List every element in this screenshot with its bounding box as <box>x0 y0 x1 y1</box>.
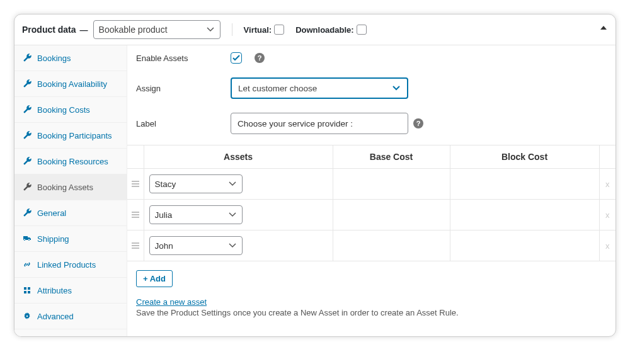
enable-assets-row: Enable Assets ? <box>127 45 616 71</box>
block-cost-cell[interactable] <box>450 200 599 230</box>
grid-icon <box>22 285 32 295</box>
block-cost-header: Block Cost <box>450 145 599 169</box>
gear-icon <box>22 311 32 321</box>
drag-handle-icon[interactable] <box>127 169 144 200</box>
sidebar-item-booking-availability[interactable]: Booking Availability <box>14 71 127 97</box>
label-field-label: Label <box>136 119 231 128</box>
label-row: Label ? <box>127 106 616 141</box>
assets-table: Assets Base Cost Block Cost StacyxJuliax… <box>127 145 616 261</box>
sidebar-item-bookings[interactable]: Bookings <box>14 45 127 71</box>
enable-assets-checkbox[interactable] <box>231 52 242 64</box>
asset-cell: Stacy <box>144 169 333 200</box>
assign-select[interactable]: Let customer choose <box>231 77 408 99</box>
link-icon <box>22 259 32 270</box>
remove-row-icon[interactable]: x <box>599 200 616 230</box>
sidebar-item-label: Booking Availability <box>37 79 107 89</box>
sidebar-item-booking-assets[interactable]: Booking Assets <box>14 174 127 200</box>
table-row: Johnx <box>127 230 616 261</box>
table-row: Juliax <box>127 200 616 230</box>
sidebar-item-shipping[interactable]: Shipping <box>14 226 127 252</box>
remove-row-icon[interactable]: x <box>599 230 616 261</box>
panel-title: Product data <box>22 25 76 35</box>
sidebar-item-label: Shipping <box>37 234 69 244</box>
block-cost-cell[interactable] <box>450 169 599 200</box>
base-cost-cell[interactable] <box>333 169 450 200</box>
sidebar-item-label: Bookings <box>37 54 71 63</box>
wrench-icon <box>22 105 32 115</box>
virtual-toggle-label: Virtual: <box>244 25 285 35</box>
enable-assets-label: Enable Assets <box>136 54 231 63</box>
asset-select[interactable]: Julia <box>149 205 243 224</box>
wrench-icon <box>22 208 32 218</box>
header-separator <box>232 23 232 36</box>
wrench-icon <box>22 182 32 192</box>
base-cost-cell[interactable] <box>333 200 450 230</box>
base-cost-cell[interactable] <box>333 230 450 261</box>
asset-cell: Julia <box>144 200 333 230</box>
wrench-icon <box>22 156 32 166</box>
collapse-caret-icon[interactable] <box>600 26 607 30</box>
table-row: Stacyx <box>127 169 616 200</box>
asset-select[interactable]: John <box>149 236 243 255</box>
delete-header <box>599 145 616 169</box>
sidebar-item-label: Attributes <box>37 286 72 295</box>
sidebar-item-label: Booking Costs <box>37 105 90 115</box>
wrench-icon <box>22 130 32 140</box>
sidebar-item-booking-participants[interactable]: Booking Participants <box>14 123 127 149</box>
wrench-icon <box>22 53 32 63</box>
sidebar-item-label: Booking Participants <box>37 131 112 140</box>
label-input[interactable] <box>231 113 408 134</box>
asset-select[interactable]: Stacy <box>149 174 243 193</box>
assign-label: Assign <box>136 84 231 93</box>
virtual-checkbox[interactable] <box>274 25 284 35</box>
block-cost-cell[interactable] <box>450 230 599 261</box>
base-cost-header: Base Cost <box>333 145 450 169</box>
remove-row-icon[interactable]: x <box>599 169 616 200</box>
sidebar-item-label: General <box>37 208 66 218</box>
sidebar-item-linked-products[interactable]: Linked Products <box>14 252 127 278</box>
assign-row: Assign Let customer choose <box>127 71 616 106</box>
sidebar: BookingsBooking AvailabilityBooking Cost… <box>14 45 127 336</box>
product-data-panel: Product data — Bookable product Virtual:… <box>14 14 616 337</box>
sidebar-item-advanced[interactable]: Advanced <box>14 304 127 329</box>
sidebar-item-attributes[interactable]: Attributes <box>14 278 127 304</box>
content-area: Enable Assets ? Assign Let customer choo… <box>127 45 616 336</box>
downloadable-toggle-label: Downloadable: <box>295 25 366 35</box>
sidebar-item-label: Booking Assets <box>37 183 93 192</box>
header-dash: — <box>80 25 88 35</box>
drag-header <box>127 145 144 169</box>
truck-icon <box>22 234 32 244</box>
sidebar-item-general[interactable]: General <box>14 200 127 226</box>
downloadable-checkbox[interactable] <box>357 25 367 35</box>
sidebar-item-label: Linked Products <box>37 260 96 270</box>
add-button[interactable]: + Add <box>136 270 173 287</box>
drag-handle-icon[interactable] <box>127 230 144 261</box>
drag-handle-icon[interactable] <box>127 200 144 230</box>
help-icon[interactable]: ? <box>255 53 265 63</box>
product-type-select[interactable]: Bookable product <box>93 20 220 39</box>
footer-note-text: Save the Product Settings once you creat… <box>136 308 607 317</box>
create-asset-link[interactable]: Create a new asset <box>136 297 207 307</box>
sidebar-item-label: Booking Resources <box>37 157 108 166</box>
sidebar-item-booking-resources[interactable]: Booking Resources <box>14 149 127 174</box>
sidebar-item-label: Advanced <box>37 312 74 321</box>
panel-header: Product data — Bookable product Virtual:… <box>14 14 616 45</box>
assets-header: Assets <box>144 145 333 169</box>
help-icon[interactable]: ? <box>413 118 423 128</box>
asset-cell: John <box>144 230 333 261</box>
wrench-icon <box>22 79 32 89</box>
sidebar-item-booking-costs[interactable]: Booking Costs <box>14 97 127 123</box>
